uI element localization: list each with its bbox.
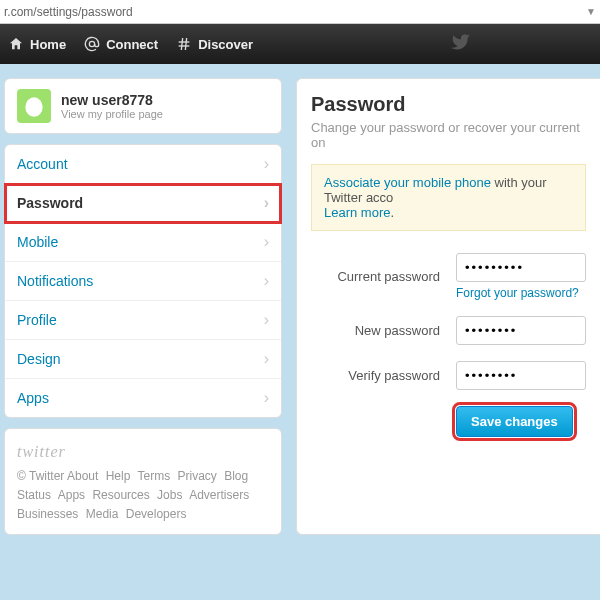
learn-more-link[interactable]: Learn more	[324, 205, 390, 220]
at-icon	[84, 36, 100, 52]
nav-connect-label: Connect	[106, 37, 158, 52]
page-title: Password	[311, 93, 586, 116]
footer-link[interactable]: Blog	[224, 469, 248, 483]
forgot-password-link[interactable]: Forgot your password?	[456, 286, 586, 300]
current-password-row: Current password Forgot your password?	[311, 253, 586, 300]
footer-link[interactable]: Resources	[92, 488, 149, 502]
sidebar-item-label: Password	[17, 195, 83, 211]
sidebar-item-label: Notifications	[17, 273, 93, 289]
nav-home-label: Home	[30, 37, 66, 52]
footer-link[interactable]: Help	[106, 469, 131, 483]
sidebar-item-mobile[interactable]: Mobile ›	[5, 223, 281, 262]
home-icon	[8, 36, 24, 52]
chevron-right-icon: ›	[264, 389, 269, 407]
chevron-right-icon: ›	[264, 194, 269, 212]
chevron-right-icon: ›	[264, 272, 269, 290]
dropdown-icon[interactable]: ▼	[586, 6, 596, 17]
footer-link[interactable]: About	[67, 469, 98, 483]
sidebar-item-account[interactable]: Account ›	[5, 145, 281, 184]
save-changes-button[interactable]: Save changes	[456, 406, 573, 437]
svg-line-4	[185, 38, 186, 50]
sidebar-item-label: Apps	[17, 390, 49, 406]
svg-point-0	[89, 41, 94, 46]
mobile-alert: Associate your mobile phone with your Tw…	[311, 164, 586, 231]
chevron-right-icon: ›	[264, 155, 269, 173]
sidebar-item-password[interactable]: Password ›	[5, 184, 281, 223]
footer-links: © Twitter About Help Terms Privacy Blog …	[17, 467, 269, 525]
footer-link[interactable]: Apps	[58, 488, 85, 502]
main-panel: Password Change your password or recover…	[296, 78, 600, 535]
profile-name: new user8778	[61, 92, 163, 108]
sidebar-item-label: Profile	[17, 312, 57, 328]
chevron-right-icon: ›	[264, 233, 269, 251]
sidebar-item-profile[interactable]: Profile ›	[5, 301, 281, 340]
footer-link[interactable]: Media	[86, 507, 119, 521]
footer-logo: twitter	[17, 439, 269, 465]
url-text: r.com/settings/password	[4, 5, 133, 19]
new-password-label: New password	[311, 323, 456, 338]
footer-link[interactable]: Businesses	[17, 507, 78, 521]
footer-copyright: © Twitter	[17, 469, 64, 483]
sidebar-item-label: Mobile	[17, 234, 58, 250]
current-password-input[interactable]	[456, 253, 586, 282]
sidebar-item-label: Account	[17, 156, 68, 172]
footer-card: twitter © Twitter About Help Terms Priva…	[4, 428, 282, 535]
footer-link[interactable]: Advertisers	[189, 488, 249, 502]
footer-link[interactable]: Terms	[137, 469, 170, 483]
footer-link[interactable]: Privacy	[178, 469, 217, 483]
associate-phone-link[interactable]: Associate your mobile phone	[324, 175, 491, 190]
footer-link[interactable]: Developers	[126, 507, 187, 521]
bird-icon	[451, 32, 471, 56]
verify-password-label: Verify password	[311, 368, 456, 383]
sidebar-item-design[interactable]: Design ›	[5, 340, 281, 379]
content-area: new user8778 View my profile page Accoun…	[0, 64, 600, 549]
footer-link[interactable]: Status	[17, 488, 51, 502]
hash-icon	[176, 36, 192, 52]
sidebar-item-notifications[interactable]: Notifications ›	[5, 262, 281, 301]
svg-line-3	[181, 38, 182, 50]
avatar	[17, 89, 51, 123]
sidebar-item-apps[interactable]: Apps ›	[5, 379, 281, 417]
settings-nav: Account › Password › Mobile › Notificati…	[4, 144, 282, 418]
chevron-right-icon: ›	[264, 311, 269, 329]
nav-discover[interactable]: Discover	[176, 36, 253, 52]
top-nav: Home Connect Discover	[0, 24, 600, 64]
address-bar[interactable]: r.com/settings/password ▼	[0, 0, 600, 24]
svg-point-5	[25, 97, 42, 117]
verify-password-row: Verify password	[311, 361, 586, 390]
current-password-label: Current password	[311, 269, 456, 284]
profile-view-link[interactable]: View my profile page	[61, 108, 163, 120]
nav-discover-label: Discover	[198, 37, 253, 52]
left-column: new user8778 View my profile page Accoun…	[4, 78, 282, 535]
footer-link[interactable]: Jobs	[157, 488, 182, 502]
new-password-row: New password	[311, 316, 586, 345]
page-subtitle: Change your password or recover your cur…	[311, 120, 586, 150]
new-password-input[interactable]	[456, 316, 586, 345]
nav-home[interactable]: Home	[8, 36, 66, 52]
profile-card[interactable]: new user8778 View my profile page	[4, 78, 282, 134]
verify-password-input[interactable]	[456, 361, 586, 390]
nav-connect[interactable]: Connect	[84, 36, 158, 52]
chevron-right-icon: ›	[264, 350, 269, 368]
sidebar-item-label: Design	[17, 351, 61, 367]
